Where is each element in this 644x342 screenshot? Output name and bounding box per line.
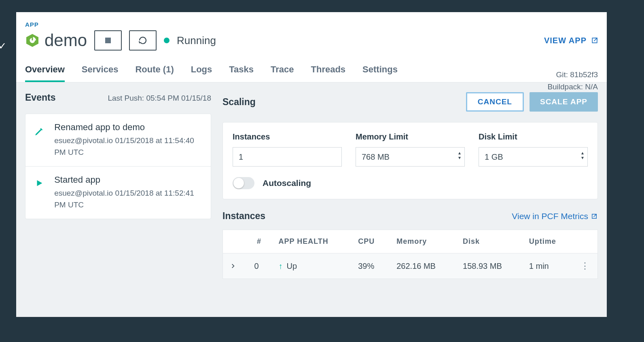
cell-disk: 158.93 MB: [455, 253, 522, 279]
pcf-metrics-label: View in PCF Metrics: [512, 211, 588, 221]
autoscaling-toggle[interactable]: [233, 177, 254, 189]
stepper-icon[interactable]: ▴▾: [458, 150, 461, 160]
memory-limit-input[interactable]: [356, 147, 465, 167]
up-arrow-icon: ↑: [279, 262, 283, 271]
event-title: Renamed app to demo: [54, 122, 203, 133]
git-sha-label: Git: 81b52f3: [547, 69, 598, 81]
tab-services[interactable]: Services: [82, 64, 119, 82]
app-type-label: APP: [25, 21, 599, 28]
table-header-row: # APP HEALTH CPU Memory Disk Uptime: [223, 230, 598, 253]
instances-title: Instances: [222, 211, 265, 222]
instances-table: # APP HEALTH CPU Memory Disk Uptime: [222, 230, 598, 279]
expand-row-toggle[interactable]: [223, 253, 247, 279]
row-actions-menu[interactable]: ⋮: [580, 261, 590, 271]
status-text: Running: [177, 34, 216, 47]
tab-threads[interactable]: Threads: [311, 64, 346, 82]
restart-button[interactable]: [129, 30, 157, 51]
external-link-icon: [591, 213, 598, 220]
external-link-icon: [591, 36, 599, 44]
tab-settings[interactable]: Settings: [362, 64, 398, 82]
cell-num: 0: [247, 253, 271, 279]
tab-route[interactable]: Route (1): [135, 64, 174, 82]
stop-icon: [105, 38, 111, 43]
toggle-knob-icon: [233, 178, 244, 188]
tab-bar: Overview Services Route (1) Logs Tasks T…: [16, 51, 607, 82]
cell-memory: 262.16 MB: [389, 253, 455, 279]
cell-uptime: 1 min: [522, 253, 573, 279]
col-memory: Memory: [389, 230, 455, 253]
scale-app-button[interactable]: SCALE APP: [530, 92, 598, 112]
memory-limit-label: Memory Limit: [356, 132, 465, 141]
event-meta: esuez@pivotal.io 01/15/2018 at 11:52:41 …: [54, 188, 203, 211]
stepper-icon[interactable]: ▴▾: [581, 150, 584, 160]
play-icon: [33, 175, 45, 211]
cell-cpu: 39%: [351, 253, 389, 279]
cancel-button[interactable]: CANCEL: [466, 92, 524, 112]
col-disk: Disk: [455, 230, 522, 253]
col-num: #: [247, 230, 271, 253]
status-dot-icon: [164, 38, 169, 43]
events-title: Events: [25, 92, 55, 103]
event-meta: esuez@pivotal.io 01/15/2018 at 11:54:40 …: [54, 135, 203, 158]
pcf-metrics-link[interactable]: View in PCF Metrics: [512, 211, 598, 221]
sidebar-check-icon: ✓: [0, 40, 6, 52]
stop-button[interactable]: [94, 30, 122, 51]
refresh-icon: [138, 36, 148, 45]
col-health: APP HEALTH: [271, 230, 351, 253]
scaling-card: Instances Memory Limit ▴▾ Disk Limit: [222, 122, 598, 199]
spring-boot-icon: [25, 33, 40, 48]
tab-logs[interactable]: Logs: [191, 64, 212, 82]
instances-input[interactable]: [233, 147, 342, 167]
disk-limit-input[interactable]: [479, 147, 588, 167]
buildpack-label: Buildpack: N/A: [547, 81, 598, 93]
instances-field-label: Instances: [233, 132, 342, 141]
app-name: demo: [44, 31, 87, 50]
events-list: Renamed app to demo esuez@pivotal.io 01/…: [25, 114, 211, 219]
svg-marker-3: [37, 180, 42, 186]
view-app-label: VIEW APP: [544, 36, 587, 45]
tab-tasks[interactable]: Tasks: [229, 64, 254, 82]
col-uptime: Uptime: [522, 230, 573, 253]
autoscaling-label: Autoscaling: [263, 178, 311, 188]
cell-health: Up: [287, 262, 297, 271]
col-cpu: CPU: [351, 230, 389, 253]
event-item[interactable]: Renamed app to demo esuez@pivotal.io 01/…: [25, 114, 211, 167]
disk-limit-label: Disk Limit: [479, 132, 588, 141]
scaling-title: Scaling: [222, 97, 256, 108]
event-item[interactable]: Started app esuez@pivotal.io 01/15/2018 …: [25, 167, 211, 219]
tab-overview[interactable]: Overview: [25, 64, 65, 82]
app-panel: APP demo Running VIEW APP Git: 81b52f3 B…: [16, 12, 607, 315]
chevron-right-icon: [230, 263, 236, 269]
pencil-icon: [33, 122, 45, 158]
last-push-text: Last Push: 05:54 PM 01/15/18: [108, 94, 211, 103]
tab-trace[interactable]: Trace: [271, 64, 294, 82]
table-row[interactable]: 0 ↑ Up 39% 262.16 MB 158.93 MB 1 min ⋮: [223, 253, 598, 279]
view-app-link[interactable]: VIEW APP: [544, 36, 599, 45]
event-title: Started app: [54, 175, 203, 185]
